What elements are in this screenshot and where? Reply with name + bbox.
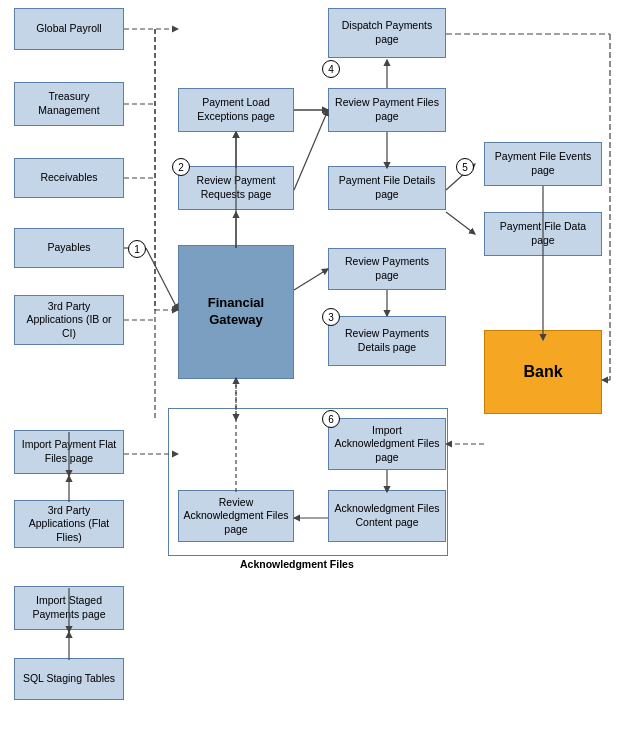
ack-group-box <box>168 408 448 556</box>
payment-load-exceptions-box: Payment Load Exceptions page <box>178 88 294 132</box>
payables-box: Payables <box>14 228 124 268</box>
review-payment-files-box: Review Payment Files page <box>328 88 446 132</box>
bank-box: Bank <box>484 330 602 414</box>
review-payments-box: Review Payments page <box>328 248 446 290</box>
sql-staging-box: SQL Staging Tables <box>14 658 124 700</box>
circle-1: 1 <box>128 240 146 258</box>
svg-line-18 <box>294 110 328 190</box>
diagram-container: Global Payroll Treasury Management Recei… <box>0 0 642 736</box>
import-staged-payments-box: Import Staged Payments page <box>14 586 124 630</box>
dispatch-payments-box: Dispatch Payments page <box>328 8 446 58</box>
receivables-box: Receivables <box>14 158 124 198</box>
circle-6: 6 <box>322 410 340 428</box>
treasury-management-box: Treasury Management <box>14 82 124 126</box>
third-party-ib-box: 3rd Party Applications (IB or CI) <box>14 295 124 345</box>
import-flat-files-box: Import Payment Flat Files page <box>14 430 124 474</box>
svg-line-6 <box>146 248 178 310</box>
third-party-flat-box: 3rd Party Applications (Flat Flies) <box>14 500 124 548</box>
global-payroll-box: Global Payroll <box>14 8 124 50</box>
payment-file-events-box: Payment File Events page <box>484 142 602 186</box>
ack-group-label: Acknowledgment Files <box>240 558 354 570</box>
financial-gateway-box: Financial Gateway <box>178 245 294 379</box>
review-payment-requests-box: Review Payment Requests page <box>178 166 294 210</box>
circle-3: 3 <box>322 308 340 326</box>
circle-4: 4 <box>322 60 340 78</box>
circle-2: 2 <box>172 158 190 176</box>
payment-file-details-box: Payment File Details page <box>328 166 446 210</box>
svg-line-14 <box>294 269 328 290</box>
payment-file-data-box: Payment File Data page <box>484 212 602 256</box>
review-payments-details-box: Review Payments Details page <box>328 316 446 366</box>
svg-line-27 <box>446 212 475 234</box>
circle-5: 5 <box>456 158 474 176</box>
